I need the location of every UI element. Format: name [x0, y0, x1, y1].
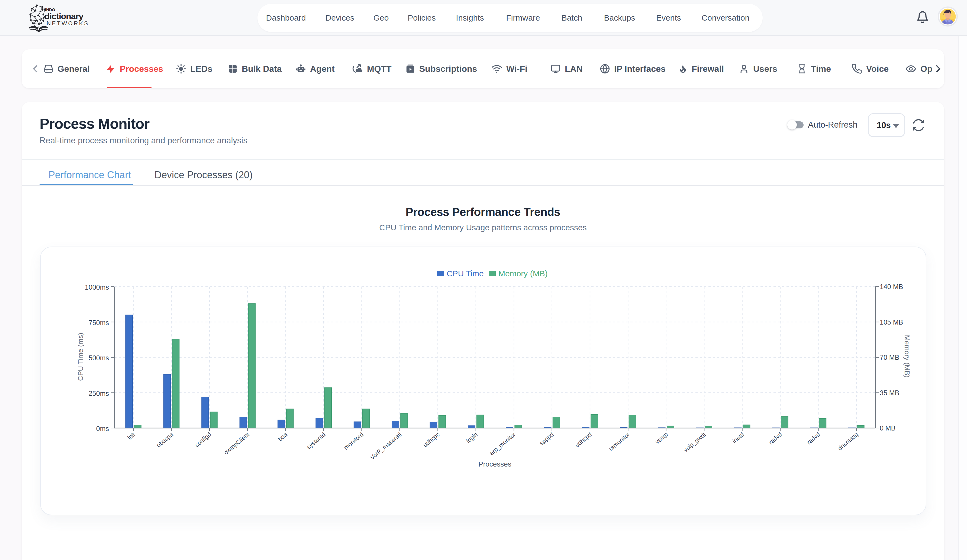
svg-text:0ms: 0ms	[96, 425, 109, 432]
svg-text:35 MB: 35 MB	[880, 389, 899, 397]
svg-text:login: login	[465, 431, 479, 444]
svg-text:radvd: radvd	[767, 431, 783, 446]
svg-text:250ms: 250ms	[89, 390, 109, 397]
svg-text:vsntp: vsntp	[654, 431, 669, 445]
svg-text:70 MB: 70 MB	[880, 354, 899, 361]
svg-text:monitord: monitord	[343, 431, 365, 451]
svg-text:CPU Time (ms): CPU Time (ms)	[76, 333, 84, 381]
svg-text:spppd: spppd	[538, 431, 555, 447]
svg-text:udhcpc: udhcpc	[422, 431, 441, 449]
svg-text:voip_gwdt: voip_gwdt	[682, 431, 707, 453]
svg-text:ramonitor: ramonitor	[607, 431, 631, 453]
svg-text:VoIP_maserati: VoIP_maserati	[369, 431, 403, 461]
svg-text:Memory (MB): Memory (MB)	[498, 269, 548, 278]
svg-text:500ms: 500ms	[89, 354, 109, 362]
svg-text:750ms: 750ms	[89, 319, 109, 326]
svg-text:140 MB: 140 MB	[880, 283, 903, 290]
svg-text:systemd: systemd	[305, 431, 327, 451]
svg-text:dnsmasq: dnsmasq	[837, 431, 860, 452]
svg-text:Memory (MB): Memory (MB)	[903, 335, 911, 377]
svg-text:radvd: radvd	[805, 431, 821, 446]
svg-text:configd: configd	[193, 431, 213, 449]
svg-text:cwmpClient: cwmpClient	[223, 431, 251, 456]
svg-text:NETWORKS: NETWORKS	[46, 20, 89, 26]
svg-text:init: init	[126, 431, 137, 441]
svg-text:inetd: inetd	[731, 431, 745, 445]
svg-text:boa: boa	[277, 431, 289, 442]
svg-text:Processes: Processes	[479, 460, 511, 468]
svg-text:arp_monitor: arp_monitor	[488, 431, 517, 457]
svg-text:dictionary: dictionary	[45, 12, 84, 21]
svg-text:0 MB: 0 MB	[880, 424, 896, 432]
svg-text:CPU Time: CPU Time	[447, 269, 484, 278]
svg-text:1000ms: 1000ms	[85, 283, 109, 291]
svg-text:obuspa: obuspa	[155, 431, 175, 449]
svg-text:udhcpd: udhcpd	[574, 431, 593, 449]
svg-text:105 MB: 105 MB	[880, 318, 903, 326]
